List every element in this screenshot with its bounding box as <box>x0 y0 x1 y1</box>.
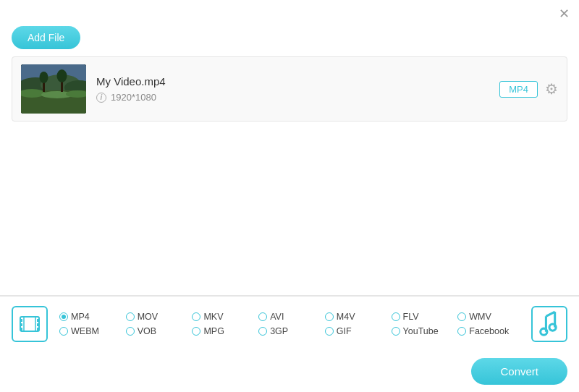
svg-rect-13 <box>20 317 39 331</box>
svg-rect-18 <box>37 323 39 326</box>
convert-row: Convert <box>0 351 579 392</box>
format-label-mov: MOV <box>138 312 158 322</box>
file-resolution: 1920*1080 <box>111 92 156 103</box>
radio-3gp[interactable] <box>258 327 267 336</box>
format-option-vob[interactable]: VOB <box>126 326 193 336</box>
radio-wmv[interactable] <box>457 312 466 321</box>
close-button[interactable]: ✕ <box>557 7 570 20</box>
audio-format-icon[interactable] <box>531 306 567 342</box>
toolbar: Add File <box>0 23 579 56</box>
radio-youtube[interactable] <box>392 327 400 336</box>
format-label-avi: AVI <box>270 312 284 322</box>
file-name: My Video.mp4 <box>96 75 489 88</box>
radio-facebook[interactable] <box>457 327 466 336</box>
format-bar: MP4 MOV MKV AVI M4V FLV <box>0 296 579 351</box>
format-label-mkv: MKV <box>203 312 223 322</box>
format-option-m4v[interactable]: M4V <box>325 312 392 322</box>
title-bar: ✕ <box>0 0 579 23</box>
format-options: MP4 MOV MKV AVI M4V FLV <box>59 304 524 344</box>
svg-rect-14 <box>20 319 22 322</box>
bottom-panel: MP4 MOV MKV AVI M4V FLV <box>0 295 579 392</box>
format-option-gif[interactable]: GIF <box>325 326 392 336</box>
format-label-webm: WEBM <box>71 326 99 336</box>
format-label-gif: GIF <box>337 326 352 336</box>
format-option-facebook[interactable]: Facebook <box>457 326 524 336</box>
svg-point-22 <box>541 328 547 335</box>
format-label-m4v: M4V <box>337 312 355 322</box>
add-file-button[interactable]: Add File <box>12 26 80 49</box>
format-option-3gp[interactable]: 3GP <box>258 326 325 336</box>
file-meta: i 1920*1080 <box>96 92 489 103</box>
svg-rect-15 <box>20 323 22 326</box>
radio-vob[interactable] <box>126 327 135 336</box>
format-label-facebook: Facebook <box>469 326 509 336</box>
info-icon: i <box>96 93 106 103</box>
radio-m4v[interactable] <box>325 312 334 321</box>
radio-flv[interactable] <box>392 312 400 321</box>
svg-rect-16 <box>20 328 22 331</box>
format-option-flv[interactable]: FLV <box>392 312 458 322</box>
radio-mkv[interactable] <box>192 312 200 321</box>
svg-point-23 <box>549 324 556 331</box>
settings-icon[interactable]: ⚙ <box>545 80 558 98</box>
format-option-mov[interactable]: MOV <box>126 312 193 322</box>
radio-gif[interactable] <box>325 327 334 336</box>
content-area <box>0 122 579 295</box>
format-option-wmv[interactable]: WMV <box>457 312 524 322</box>
svg-point-12 <box>57 69 67 82</box>
radio-webm[interactable] <box>59 327 68 336</box>
radio-mpg[interactable] <box>192 327 200 336</box>
file-item: My Video.mp4 i 1920*1080 MP4 ⚙ <box>12 57 567 121</box>
format-label-mpg: MPG <box>203 326 224 336</box>
radio-mov[interactable] <box>126 312 135 321</box>
format-label-youtube: YouTube <box>403 326 439 336</box>
file-actions: MP4 ⚙ <box>499 80 558 98</box>
format-option-webm[interactable]: WEBM <box>59 326 126 336</box>
radio-avi[interactable] <box>258 312 267 321</box>
svg-point-10 <box>40 72 48 83</box>
format-option-youtube[interactable]: YouTube <box>392 326 458 336</box>
file-info: My Video.mp4 i 1920*1080 <box>96 75 489 103</box>
svg-rect-17 <box>37 319 39 322</box>
video-format-icon[interactable] <box>12 306 48 342</box>
format-badge[interactable]: MP4 <box>499 81 538 98</box>
format-label-3gp: 3GP <box>270 326 288 336</box>
svg-rect-19 <box>37 328 39 331</box>
format-option-mp4[interactable]: MP4 <box>59 312 126 322</box>
format-label-vob: VOB <box>138 326 156 336</box>
file-list: My Video.mp4 i 1920*1080 MP4 ⚙ <box>12 56 567 122</box>
format-label-mp4: MP4 <box>71 312 90 322</box>
radio-mp4[interactable] <box>59 312 68 321</box>
convert-button[interactable]: Convert <box>471 358 567 385</box>
format-option-mkv[interactable]: MKV <box>192 312 258 322</box>
format-label-wmv: WMV <box>469 312 491 322</box>
format-label-flv: FLV <box>403 312 419 322</box>
file-thumbnail <box>21 64 86 114</box>
format-option-mpg[interactable]: MPG <box>192 326 258 336</box>
format-option-avi[interactable]: AVI <box>258 312 325 322</box>
